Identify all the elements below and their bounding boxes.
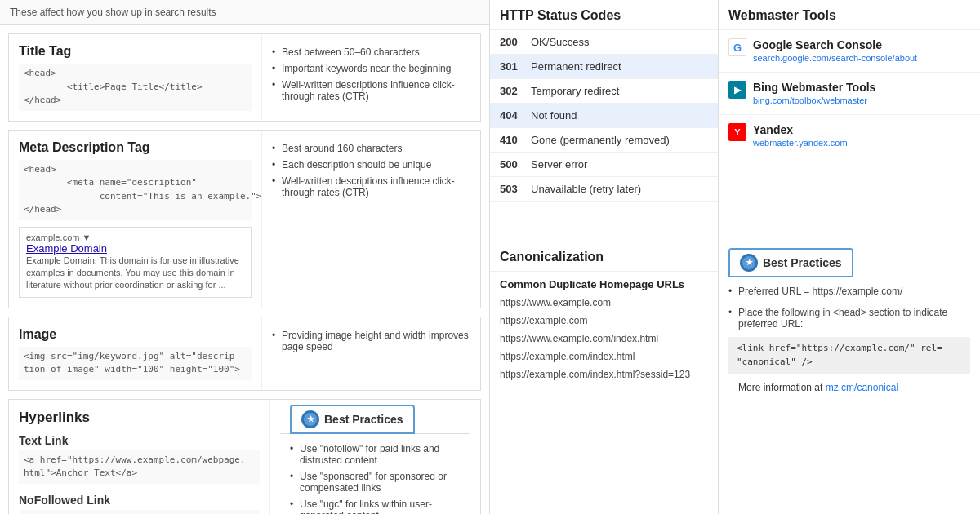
bing-logo-icon: ▶: [728, 81, 746, 99]
http-row-301: 301 Permanent redirect: [490, 55, 718, 79]
notice-text: These affect how you show up in search r…: [0, 0, 489, 25]
http-row-500: 500 Server error: [490, 153, 718, 177]
image-bullet-1: Providing image height and width improve…: [272, 327, 470, 355]
more-info-text: More information at mz.cm/canonical: [728, 379, 970, 397]
meta-desc-bullets: Best around 160 characters Each descript…: [262, 131, 480, 308]
preview-title: Example Domain: [26, 242, 244, 255]
bing-webmaster-item: ▶ Bing Webmaster Tools bing.com/toolbox/…: [719, 73, 980, 115]
meta-desc-heading: Meta Description Tag: [19, 140, 252, 155]
canonical-medal-icon: ★: [740, 254, 758, 272]
meta-desc-bullet-3: Well-written descriptions influence clic…: [272, 173, 470, 201]
http-code-410: 410: [500, 134, 531, 146]
hyperlinks-bullet-list: Use "nofollow" for paid links and distru…: [290, 441, 461, 514]
canonical-bp-content: Preferred URL = https://example.com/ Pla…: [719, 277, 980, 403]
hyperlinks-bp-content: Use "nofollow" for paid links and distru…: [280, 433, 470, 514]
yandex-info: Yandex webmaster.yandex.com: [753, 123, 848, 148]
yandex-link[interactable]: webmaster.yandex.com: [753, 138, 848, 148]
meta-description-section: Meta Description Tag <head> <meta name="…: [8, 130, 481, 308]
hyperlinks-bp-tab: ★ Best Practices: [290, 405, 415, 434]
meta-desc-bullet-list: Best around 160 characters Each descript…: [272, 140, 470, 201]
more-info-label: More information at: [738, 382, 822, 393]
google-link[interactable]: search.google.com/search-console/about: [753, 53, 917, 63]
hyperlinks-bullet-1: Use "nofollow" for paid links and distru…: [290, 441, 461, 468]
webmaster-tools-section: Webmaster Tools G Google Search Console …: [719, 0, 980, 241]
left-column: These affect how you show up in search r…: [0, 0, 490, 514]
http-code-404: 404: [500, 109, 531, 122]
meta-preview-box: example.com ▼ Example Domain Example Dom…: [19, 227, 252, 298]
yandex-logo-icon: Y: [728, 123, 746, 141]
canonical-url-4: https://example.com/index.html: [490, 348, 718, 366]
bing-info: Bing Webmaster Tools bing.com/toolbox/we…: [753, 81, 875, 106]
right-bottom: Canonicalization Common Duplicate Homepa…: [490, 241, 980, 514]
hyperlinks-bullet-3: Use "ugc" for links within user-generate…: [290, 496, 461, 514]
right-column: HTTP Status Codes 200 OK/Success 301 Per…: [490, 0, 980, 514]
hyperlinks-heading: Hyperlinks: [19, 410, 260, 426]
google-logo-icon: G: [728, 38, 746, 56]
canonicalization-title: Canonicalization: [490, 241, 718, 272]
canonical-bp-bullets: Preferred URL = https://example.com/ Pla…: [728, 283, 970, 332]
image-bullet-list: Providing image height and width improve…: [272, 327, 470, 355]
google-name: Google Search Console: [753, 38, 917, 51]
title-tag-left: Title Tag <head> <title>Page Title</titl…: [9, 34, 262, 121]
hyperlinks-section: Hyperlinks Text Link <a href="https://ww…: [8, 399, 481, 514]
title-tag-heading: Title Tag: [19, 44, 252, 59]
canonical-bp-header: ★ Best Practices: [719, 241, 980, 277]
hyperlinks-medal-icon: ★: [301, 410, 319, 428]
title-tag-best-practices: Best between 50–60 characters Important …: [262, 34, 480, 121]
http-desc-404: Not found: [531, 109, 577, 122]
canonical-bp-label: Best Practices: [763, 256, 842, 269]
canonical-url-2: https://example.com: [490, 312, 718, 330]
title-tag-bullet-3: Well-written descriptions influence clic…: [272, 77, 470, 104]
http-desc-410: Gone (permanently removed): [531, 134, 670, 146]
title-tag-code: <head> <title>Page Title</title> </head>: [19, 64, 252, 111]
canonical-code: <link href="https://example.com/" rel= "…: [728, 337, 970, 374]
http-code-301: 301: [500, 60, 531, 73]
nofollowed-link-title: NoFollowed Link: [19, 494, 260, 507]
bing-name: Bing Webmaster Tools: [753, 81, 875, 94]
title-tag-bullet-2: Important keywords near the beginning: [272, 60, 470, 77]
canonicalization-section: Canonicalization Common Duplicate Homepa…: [490, 241, 719, 514]
text-link-subsection: Text Link <a href="https://www.example.c…: [19, 434, 260, 484]
http-row-404: 404 Not found: [490, 104, 718, 128]
google-search-console-item: G Google Search Console search.google.co…: [719, 30, 980, 73]
image-left: Image <img src="img/keyword.jpg" alt="de…: [9, 317, 262, 390]
http-desc-301: Permanent redirect: [531, 60, 621, 73]
right-top: HTTP Status Codes 200 OK/Success 301 Per…: [490, 0, 980, 241]
http-row-200: 200 OK/Success: [490, 30, 718, 55]
http-desc-302: Temporary redirect: [531, 85, 619, 97]
meta-desc-code: <head> <meta name="description" content=…: [19, 160, 252, 220]
canonical-url-5: https://example.com/index.html?sessid=12…: [490, 366, 718, 383]
canonical-url-1: https://www.example.com: [490, 294, 718, 312]
title-tag-bullets: Best between 50–60 characters Important …: [272, 44, 470, 104]
bing-link[interactable]: bing.com/toolbox/webmaster: [753, 95, 867, 105]
image-section: Image <img src="img/keyword.jpg" alt="de…: [8, 317, 481, 391]
http-row-410: 410 Gone (permanently removed): [490, 128, 718, 153]
canonical-bp-tab: ★ Best Practices: [728, 248, 853, 277]
http-desc-500: Server error: [531, 158, 587, 171]
preview-desc: Example Domain. This domain is for use i…: [26, 255, 244, 292]
canonical-more-info-link[interactable]: mz.cm/canonical: [826, 382, 898, 393]
image-code: <img src="img/keyword.jpg" alt="descrip-…: [19, 347, 252, 380]
title-tag-bullet-1: Best between 50–60 characters: [272, 44, 470, 60]
duplicate-urls-subtitle: Common Duplicate Homepage URLs: [490, 272, 718, 294]
http-desc-503: Unavailable (retry later): [531, 183, 641, 195]
text-link-title: Text Link: [19, 434, 260, 447]
http-row-503: 503 Unavailable (retry later): [490, 177, 718, 202]
hyperlinks-bp-header: ★ Best Practices: [280, 400, 470, 433]
nofollowed-link-code: <a href="https://www.example.com/web- pa…: [19, 510, 260, 514]
hyperlinks-bullet-2: Use "sponsored" for sponsored or compens…: [290, 468, 461, 496]
http-status-title: HTTP Status Codes: [490, 0, 718, 30]
meta-desc-bullet-2: Each description should be unique: [272, 157, 470, 173]
hyperlinks-right: ★ Best Practices Use "nofollow" for paid…: [270, 400, 480, 514]
meta-desc-left: Meta Description Tag <head> <meta name="…: [9, 131, 262, 308]
hyperlinks-bp-label: Best Practices: [324, 413, 403, 426]
canonical-bp-section: ★ Best Practices Preferred URL = https:/…: [719, 241, 980, 514]
text-link-code: <a href="https://www.example.com/webpage…: [19, 450, 260, 484]
yandex-name: Yandex: [753, 123, 848, 136]
canonical-bp-bullet-2: Place the following in <head> section to…: [728, 304, 970, 332]
image-heading: Image: [19, 327, 252, 342]
hyperlinks-left: Hyperlinks Text Link <a href="https://ww…: [9, 400, 270, 514]
http-row-302: 302 Temporary redirect: [490, 79, 718, 104]
http-code-500: 500: [500, 158, 531, 171]
http-desc-200: OK/Success: [531, 36, 590, 48]
